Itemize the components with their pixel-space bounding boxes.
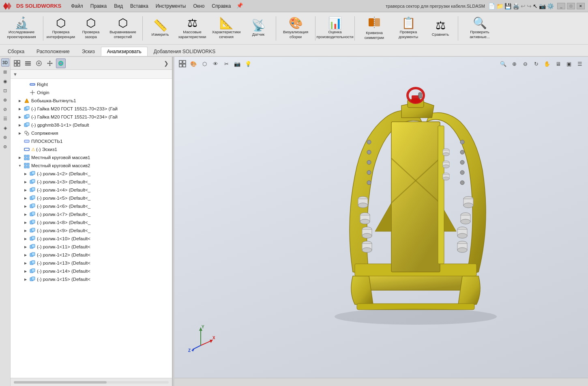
tree-item[interactable]: Right bbox=[11, 80, 172, 88]
menu-help[interactable]: Справка bbox=[208, 2, 234, 10]
tree-item[interactable]: ▶ Бобышка-Вытянуть1 bbox=[11, 97, 172, 105]
viz-assembly-button[interactable]: 🎨 Визуализация сборки bbox=[279, 14, 312, 43]
mass-props-button[interactable]: ⚖ Массовые характеристики bbox=[176, 14, 208, 43]
tree-content[interactable]: Right Origin ▶ Бобышка-Вытянуть1 ▶ (-) Г… bbox=[11, 79, 172, 378]
tree-item[interactable]: ▶ Местный круговой массив1 bbox=[11, 153, 172, 162]
tree-btn-config[interactable] bbox=[23, 58, 33, 68]
tab-addons[interactable]: Добавления SOLIDWORKS bbox=[148, 47, 222, 56]
print-icon[interactable]: 🖨️ bbox=[513, 3, 519, 9]
new-icon[interactable]: 📄 bbox=[488, 3, 495, 9]
tree-item[interactable]: ▶ (-) gpghmb38-1<1> (Default bbox=[11, 121, 172, 129]
cursor-icon[interactable]: ↖ bbox=[533, 3, 538, 9]
tree-btn-assembly[interactable] bbox=[12, 58, 22, 68]
menu-view[interactable]: Вид bbox=[111, 2, 126, 10]
tree-item[interactable]: ▶ (-) Гайка М20 ГОСТ 15521-70<233> (Гай bbox=[11, 105, 172, 113]
left-icon-8[interactable]: ⊛ bbox=[1, 133, 9, 141]
check-docs-button[interactable]: 📋 Проверка документы bbox=[392, 14, 425, 43]
menu-window[interactable]: Окно bbox=[190, 2, 208, 10]
vp-zoom-in[interactable]: ⊕ bbox=[509, 59, 519, 69]
tree-btn-props[interactable] bbox=[34, 58, 44, 68]
section-props-button[interactable]: 📐 Характеристики сечения bbox=[210, 14, 242, 43]
menu-insert[interactable]: Вставка bbox=[127, 2, 152, 10]
design-study-button[interactable]: 🔬 Исследование проектирования bbox=[3, 14, 40, 43]
undo-icon[interactable]: ↩ bbox=[521, 3, 526, 9]
left-icon-4[interactable]: ⊕ bbox=[1, 96, 9, 104]
tree-item[interactable]: ▶ (-) ролик-1<15> (Default< bbox=[11, 275, 172, 283]
menu-tools[interactable]: Инструменты bbox=[152, 2, 189, 10]
horizontal-scrollbar[interactable] bbox=[14, 381, 169, 384]
tree-item[interactable]: Origin bbox=[11, 88, 172, 97]
vp-rotate[interactable]: ↻ bbox=[531, 59, 541, 69]
tree-expand-chevron[interactable]: ❯ bbox=[164, 60, 170, 67]
tree-item[interactable]: ▶ (-) ролик-1<9> (Default<_ bbox=[11, 226, 172, 235]
open-icon[interactable]: 📁 bbox=[496, 3, 503, 9]
vp-zoom-out[interactable]: ⊖ bbox=[520, 59, 530, 69]
tree-item[interactable]: ▶ (-) ролик-1<14> (Default< bbox=[11, 267, 172, 275]
vp-lighting[interactable]: 💡 bbox=[243, 59, 253, 69]
tree-item[interactable]: ▶ (-) ролик-1<8> (Default<_ bbox=[11, 218, 172, 226]
camera-icon[interactable]: 📷 bbox=[539, 3, 546, 9]
sensor-button[interactable]: 📡 Датчик bbox=[244, 14, 273, 43]
save-icon[interactable]: 💾 bbox=[504, 3, 511, 9]
left-icon-2[interactable]: ◉ bbox=[1, 77, 9, 85]
perf-eval-button[interactable]: 📊 Оценка производительности bbox=[319, 14, 351, 43]
minimize-button[interactable]: _ bbox=[557, 3, 565, 9]
tree-item[interactable]: ПЛОСКОСТЬ1 bbox=[11, 137, 172, 145]
left-icon-3d[interactable]: 3D bbox=[1, 58, 9, 67]
menu-file[interactable]: Файл bbox=[68, 2, 86, 10]
align-holes-button[interactable]: ⬡ Выравнивание отверстий bbox=[107, 14, 139, 43]
tab-assembly[interactable]: Сборка bbox=[2, 47, 30, 56]
tree-item-label: (-) Гайка М20 ГОСТ 15521-70<233> (Гай bbox=[31, 106, 170, 111]
check-interference-button[interactable]: ⬡ Проверка интерференции bbox=[47, 14, 75, 43]
vp-pan[interactable]: ✋ bbox=[542, 59, 552, 69]
maximize-button[interactable]: □ bbox=[567, 3, 575, 9]
menu-edit[interactable]: Правка bbox=[87, 2, 110, 10]
viewport-3d[interactable]: 🎨 ⬡ 👁 ✂ 📷 💡 🔍 ⊕ ⊖ ↻ ✋ 🖥 ▣ ☰ bbox=[174, 57, 588, 386]
tree-item[interactable]: ▶ (-) ролик-1<5> (Default<_ bbox=[11, 194, 172, 202]
tree-item[interactable]: ▼ Местный круговой массив2 bbox=[11, 162, 172, 170]
vp-display-mode[interactable]: ⬡ bbox=[200, 59, 209, 69]
vp-hide-show[interactable]: 👁 bbox=[210, 59, 220, 69]
vp-3d-view[interactable]: 🖥 bbox=[553, 59, 563, 69]
tree-btn-colors[interactable] bbox=[56, 58, 66, 68]
tree-btn-move[interactable] bbox=[45, 58, 55, 68]
tab-analyze[interactable]: Анализировать bbox=[101, 47, 148, 56]
vp-render-mode[interactable]: 🎨 bbox=[189, 59, 198, 69]
tree-item[interactable]: ▶ (-) ролик-1<7> (Default<_ bbox=[11, 210, 172, 218]
tree-item[interactable]: ▶ (-) ролик-1<6> (Default<_ bbox=[11, 202, 172, 210]
vp-view-select[interactable] bbox=[178, 59, 187, 69]
redo-icon[interactable]: ↪ bbox=[527, 3, 532, 9]
vp-zoom-to-fit[interactable]: 🔍 bbox=[498, 59, 508, 69]
tree-item[interactable]: ▶ (-) Гайка М20 ГОСТ 15521-70<234> (Гай bbox=[11, 113, 172, 121]
tree-item[interactable]: ▶ (-) ролик-1<10> (Default< bbox=[11, 235, 172, 243]
left-icon-6[interactable]: ☰ bbox=[1, 114, 9, 123]
check-active-button[interactable]: 🔍 Проверить активные... bbox=[461, 14, 498, 43]
vp-section-view[interactable]: ✂ bbox=[221, 59, 231, 69]
left-icon-7[interactable]: ◈ bbox=[1, 124, 9, 132]
vp-front-view[interactable]: ▣ bbox=[564, 59, 574, 69]
filter-icon[interactable]: ▼ bbox=[13, 72, 17, 77]
tree-item[interactable]: ▶ (-) ролик-1<11> (Default< bbox=[11, 243, 172, 251]
vp-filter[interactable]: ☰ bbox=[575, 59, 585, 69]
left-icon-5[interactable]: ⊘ bbox=[1, 105, 9, 113]
tree-item[interactable]: ▶ (-) ролик-1<13> (Default< bbox=[11, 259, 172, 267]
tree-item[interactable]: ▶ (-) ролик-1<2> (Default<_ bbox=[11, 170, 172, 178]
compare-button[interactable]: ⚖ Сравнить bbox=[426, 14, 455, 43]
pin-icon[interactable]: 📌 bbox=[236, 2, 243, 10]
close-button[interactable]: ✕ bbox=[577, 3, 585, 9]
tree-item[interactable]: ▶ Сопряжения bbox=[11, 129, 172, 137]
left-icon-9[interactable]: ⊜ bbox=[1, 142, 9, 151]
symmetry-button[interactable]: Кривизна симметрии bbox=[358, 14, 391, 43]
measure-button[interactable]: 📏 Измерить bbox=[146, 14, 174, 43]
tab-layout[interactable]: Расположение bbox=[30, 47, 76, 56]
tree-item[interactable]: ▶ (-) ролик-1<12> (Default< bbox=[11, 251, 172, 259]
tree-item[interactable]: ⚠ (-) Эскиз1 bbox=[11, 145, 172, 153]
vp-camera[interactable]: 📷 bbox=[232, 59, 242, 69]
check-clearance-button[interactable]: ⬡ Проверка зазора bbox=[77, 14, 105, 43]
tree-item[interactable]: ▶ (-) ролик-1<3> (Default<_ bbox=[11, 178, 172, 186]
options-icon[interactable]: ⚙️ bbox=[547, 3, 554, 9]
tab-sketch[interactable]: Эскиз bbox=[76, 47, 101, 56]
left-icon-3[interactable]: ⊡ bbox=[1, 86, 9, 95]
left-icon-1[interactable]: ⊞ bbox=[1, 68, 9, 76]
tree-item[interactable]: ▶ (-) ролик-1<4> (Default<_ bbox=[11, 186, 172, 194]
